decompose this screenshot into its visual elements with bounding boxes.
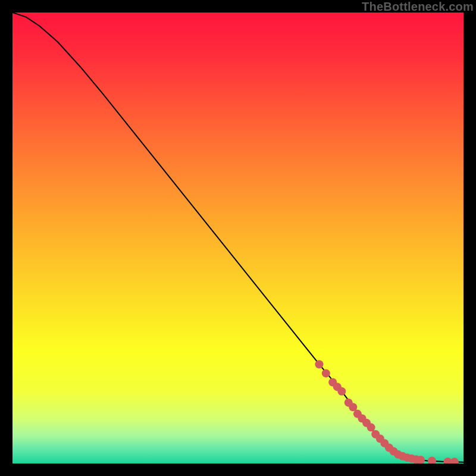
marker-dot (349, 403, 357, 411)
marker-dot (450, 458, 459, 464)
chart-stage: TheBottleneck.com (0, 0, 476, 476)
curve-layer (12, 12, 464, 464)
highlight-dots (315, 360, 458, 464)
marker-dot (337, 387, 346, 396)
marker-dot (315, 360, 323, 368)
marker-dot (367, 423, 375, 431)
marker-dot (322, 369, 330, 377)
main-curve (12, 12, 464, 462)
plot-area (12, 12, 464, 464)
watermark-text: TheBottleneck.com (362, 0, 474, 14)
marker-dot (428, 456, 436, 464)
